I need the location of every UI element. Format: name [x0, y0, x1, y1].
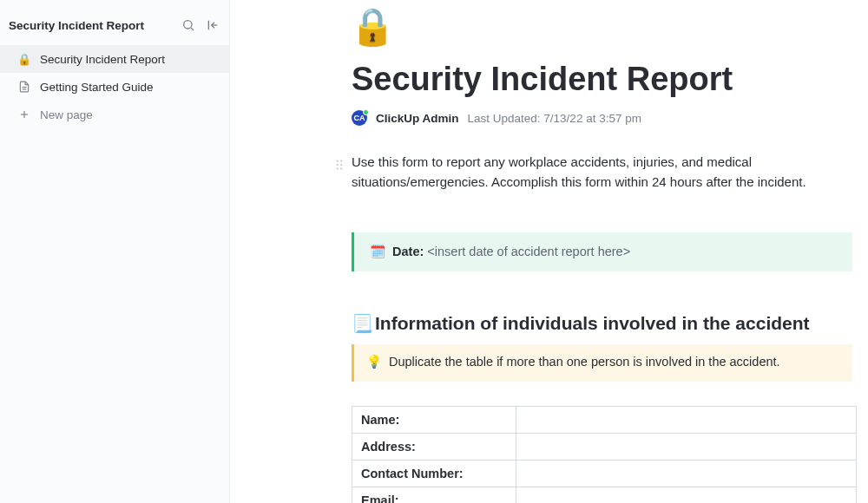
table-value[interactable]: [516, 406, 856, 433]
lightbulb-icon: 💡: [366, 355, 382, 369]
intro-text: Use this form to report any workplace ac…: [352, 154, 806, 189]
sidebar-item-label: Security Incident Report: [40, 53, 165, 66]
author-avatar[interactable]: CA: [352, 110, 367, 126]
svg-point-0: [184, 21, 192, 29]
lock-icon: 🔒: [17, 52, 31, 66]
page-hero-icon[interactable]: 🔒: [350, 9, 852, 45]
table-label[interactable]: Contact Number:: [352, 460, 516, 487]
document-icon: [17, 80, 31, 94]
sidebar-item-label: New page: [40, 108, 93, 121]
svg-point-8: [337, 160, 339, 162]
individual-info-table[interactable]: Name: Address: Contact Number: Email: De…: [352, 406, 857, 504]
drag-handle-icon[interactable]: [334, 155, 345, 166]
svg-line-1: [191, 28, 194, 30]
table-value[interactable]: [516, 433, 856, 460]
table-row: Contact Number:: [352, 460, 857, 487]
table-label[interactable]: Name:: [352, 406, 516, 433]
sidebar-item-getting-started[interactable]: Getting Started Guide: [0, 73, 229, 101]
table-value[interactable]: [516, 460, 856, 487]
updated-label: Last Updated: 7/13/22 at 3:57 pm: [468, 112, 641, 125]
collapse-sidebar-icon[interactable]: [205, 17, 220, 33]
updated-value: 7/13/22 at 3:57 pm: [543, 112, 641, 125]
page-title[interactable]: Security Incident Report: [352, 61, 852, 98]
avatar-initials: CA: [354, 114, 365, 122]
doc-body: 🔒 Security Incident Report CA ClickUp Ad…: [230, 0, 868, 503]
tip-text: Duplicate the table if more than one per…: [389, 355, 780, 369]
table-label[interactable]: Email:: [352, 487, 516, 503]
sidebar-new-page[interactable]: New page: [0, 101, 229, 128]
workspace-title: Security Incident Report: [9, 19, 181, 32]
date-callout[interactable]: 🗓️ Date: <insert date of accident report…: [352, 232, 852, 271]
sidebar-item-security-incident-report[interactable]: 🔒 Security Incident Report: [0, 45, 229, 73]
sidebar: Security Incident Report 🔒 Security Inci…: [0, 0, 230, 503]
tip-callout[interactable]: 💡Duplicate the table if more than one pe…: [352, 344, 852, 382]
plus-icon: [17, 108, 31, 121]
sidebar-page-list: 🔒 Security Incident Report Getting Start…: [0, 43, 229, 128]
svg-point-13: [340, 168, 342, 170]
svg-point-12: [337, 168, 339, 170]
date-label: Date:: [392, 245, 424, 258]
table-value[interactable]: [516, 487, 856, 503]
intro-paragraph[interactable]: Use this form to report any workplace ac…: [352, 152, 852, 193]
page-byline: CA ClickUp Admin Last Updated: 7/13/22 a…: [352, 110, 852, 126]
sidebar-header: Security Incident Report: [0, 7, 229, 43]
calendar-icon: 🗓️: [370, 245, 385, 258]
search-icon[interactable]: [181, 17, 196, 33]
sidebar-header-actions: [181, 17, 220, 33]
table-row: Name:: [352, 406, 857, 433]
svg-point-11: [340, 164, 342, 166]
svg-point-10: [337, 164, 339, 166]
table-label[interactable]: Address:: [352, 433, 516, 460]
sidebar-item-label: Getting Started Guide: [40, 81, 154, 94]
presence-indicator: [363, 109, 369, 115]
page-facing-up-icon: 📃: [352, 313, 373, 334]
table-row: Email:: [352, 487, 857, 503]
section-heading-individuals[interactable]: 📃Information of individuals involved in …: [352, 313, 852, 334]
date-placeholder: <insert date of accident report here>: [427, 245, 630, 258]
author-name: ClickUp Admin: [376, 112, 459, 125]
section-heading-text: Information of individuals involved in t…: [375, 313, 810, 334]
table-row: Address:: [352, 433, 857, 460]
svg-point-9: [340, 160, 342, 162]
